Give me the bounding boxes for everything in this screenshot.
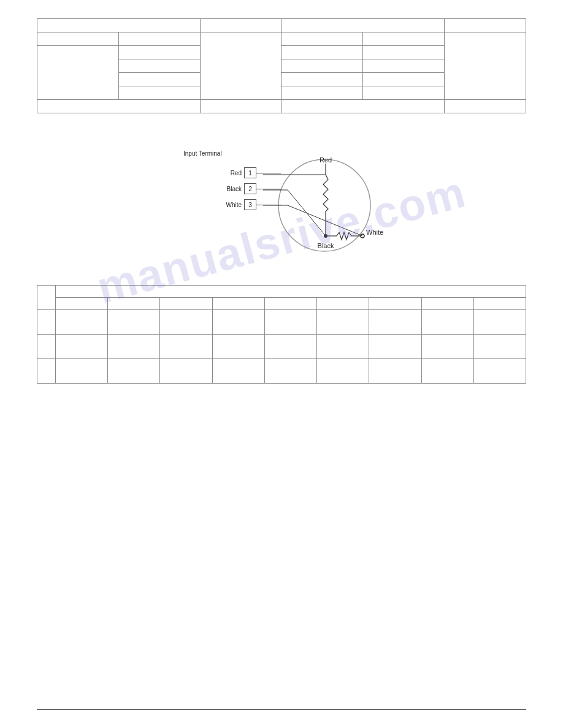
red-label: Red	[320, 156, 332, 164]
diagram-wrapper: Input Terminal Red 1 Black 2 White 3	[183, 138, 380, 260]
bottom-table	[37, 285, 526, 384]
terminal-black-num: 2	[244, 183, 256, 194]
svg-line-12	[288, 205, 362, 236]
terminal-label: Input Terminal	[183, 150, 222, 157]
black-label: Black	[318, 242, 334, 249]
circuit-svg: Red Black	[269, 144, 380, 260]
top-table	[37, 18, 526, 113]
circle-diagram: Red Black	[269, 144, 380, 262]
white-label: White	[366, 229, 383, 236]
terminal-red-num: 1	[244, 167, 256, 178]
terminal-red-label: Red	[220, 170, 242, 176]
terminal-black-label: Black	[220, 186, 242, 192]
wiring-diagram-section: Input Terminal Red 1 Black 2 White 3	[37, 138, 526, 260]
bottom-line	[37, 709, 526, 710]
terminal-white-num: 3	[244, 199, 256, 210]
terminal-white-label: White	[220, 202, 242, 208]
